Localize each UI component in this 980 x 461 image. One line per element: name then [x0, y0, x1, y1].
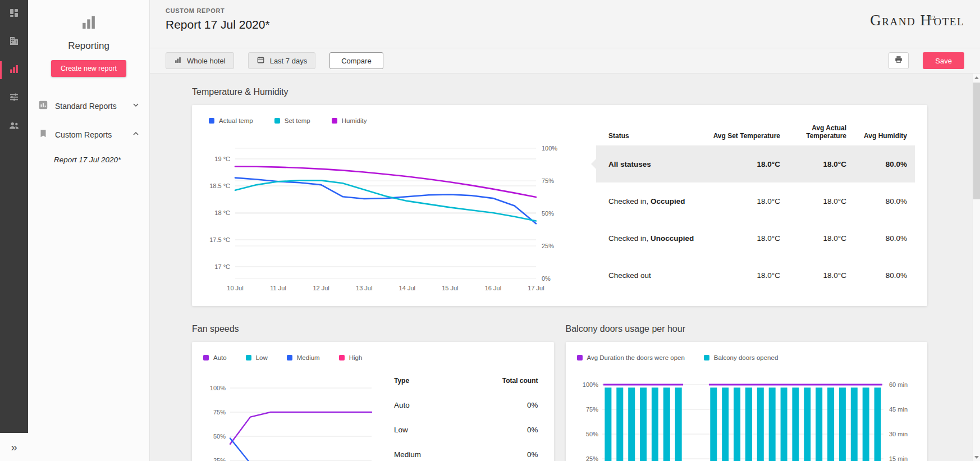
fan-speeds-card: Auto Low Medium — [192, 342, 554, 461]
legend-item-avg-duration[interactable]: Avg Duration the doors were open — [577, 354, 685, 361]
balcony-section-title: Balcony doors usage per hour — [566, 324, 928, 334]
legend-label: Auto — [213, 354, 227, 361]
legend-label: Actual temp — [219, 117, 253, 124]
sidebar-menu: Standard Reports Custom Reports Report 1… — [28, 92, 149, 171]
svg-text:45 min: 45 min — [889, 406, 908, 413]
svg-text:50%: 50% — [585, 431, 598, 437]
scrollbar-up-arrow[interactable] — [973, 74, 980, 81]
logo-monogram: 12 — [929, 14, 935, 21]
create-new-report-button[interactable]: Create new report — [51, 60, 126, 77]
main-area: CUSTOM REPORT Report 17 Jul 2020* Grand … — [150, 0, 980, 461]
svg-text:13 Jul: 13 Jul — [356, 285, 372, 291]
svg-text:50%: 50% — [213, 433, 226, 440]
svg-text:10 Jul: 10 Jul — [227, 285, 243, 291]
fan-speeds-chart[interactable]: 100%75%50%25% — [203, 370, 388, 461]
standard-reports-icon — [38, 100, 48, 112]
legend-item-medium[interactable]: Medium — [287, 354, 320, 361]
balcony-card-body: 100%60 min75%45 min50%30 min25%15 min — [577, 370, 917, 461]
svg-text:17.5 °C: 17.5 °C — [209, 236, 230, 243]
nav-dashboard-button[interactable] — [0, 0, 28, 28]
svg-text:25%: 25% — [585, 455, 598, 461]
legend-swatch — [577, 355, 583, 360]
svg-text:18.5 °C: 18.5 °C — [209, 182, 230, 189]
legend-item-high[interactable]: High — [339, 354, 363, 361]
svg-text:18 °C: 18 °C — [214, 209, 230, 216]
svg-text:50%: 50% — [542, 210, 554, 217]
column-avg-humidity: Avg Humidity — [846, 132, 915, 140]
page-title: Report 17 Jul 2020* — [166, 18, 270, 31]
nav-reporting-button[interactable] — [0, 56, 28, 84]
grand-hotel-logo: Grand H12otel — [870, 12, 964, 29]
scrollbar-down-arrow[interactable] — [973, 453, 980, 461]
legend-item-doors-opened[interactable]: Balcony doors opened — [704, 354, 778, 361]
hotel-filter-icon — [174, 56, 182, 66]
chevron-up-icon — [131, 129, 140, 140]
report-toolbar: Whole hotel Last 7 days Compare Save — [150, 48, 980, 74]
status-table-header: Status Avg Set Temperature Avg Actual Te… — [596, 121, 915, 145]
legend-swatch — [704, 355, 709, 360]
legend-item-set-temp[interactable]: Set temp — [274, 117, 310, 124]
svg-text:15 min: 15 min — [889, 455, 908, 461]
bar-chart-icon — [8, 63, 20, 77]
nav-hotel-button[interactable] — [0, 28, 28, 56]
fan-card-body: 100%75%50%25% Type Total count Auto0% — [203, 364, 543, 461]
sidebar-item-label: Custom Reports — [55, 130, 112, 139]
balcony-doors-chart[interactable]: 100%60 min75%45 min50%30 min25%15 min — [577, 370, 916, 461]
legend-label: High — [349, 354, 363, 361]
legend-swatch — [287, 355, 292, 360]
legend-swatch — [339, 355, 345, 360]
logo-text-right: otel — [933, 12, 964, 29]
column-avg-set: Avg Set Temperature — [695, 132, 780, 140]
fan-row-auto[interactable]: Auto0% — [394, 392, 538, 417]
svg-text:100%: 100% — [210, 385, 226, 391]
column-type: Type — [394, 377, 409, 385]
svg-text:15 Jul: 15 Jul — [442, 285, 458, 291]
reporting-sidebar: Reporting Create new report Standard Rep… — [28, 0, 150, 461]
temperature-legend: Actual temp Set temp Humidity — [209, 114, 581, 127]
svg-text:11 Jul: 11 Jul — [270, 285, 286, 291]
svg-text:19 °C: 19 °C — [214, 156, 230, 162]
fan-row-low[interactable]: Low0% — [394, 417, 538, 442]
table-row-checked-out[interactable]: Checked out 18.0°C 18.0°C 80.0% — [596, 257, 915, 294]
table-row-checked-in-occupied[interactable]: Checked in, Occupied 18.0°C 18.0°C 80.0% — [596, 182, 915, 220]
svg-text:25%: 25% — [542, 243, 554, 249]
date-range-dropdown[interactable]: Last 7 days — [248, 52, 316, 69]
svg-text:16 Jul: 16 Jul — [485, 285, 501, 291]
triangle-up-icon — [974, 76, 979, 79]
date-range-value: Last 7 days — [270, 57, 308, 65]
legend-item-humidity[interactable]: Humidity — [332, 117, 367, 124]
legend-item-auto[interactable]: Auto — [203, 354, 227, 361]
compare-button[interactable]: Compare — [329, 52, 383, 69]
legend-swatch — [274, 118, 280, 124]
svg-text:75%: 75% — [213, 409, 226, 416]
save-button[interactable]: Save — [923, 52, 964, 69]
sidebar-item-custom-reports[interactable]: Custom Reports — [28, 120, 149, 149]
legend-swatch — [332, 118, 337, 124]
table-row-all-statuses[interactable]: All statuses 18.0°C 18.0°C 80.0% — [596, 145, 915, 182]
sidebar-item-active-report[interactable]: Report 17 Jul 2020* — [28, 149, 149, 171]
fan-row-medium[interactable]: Medium0% — [394, 442, 538, 461]
fan-table-header: Type Total count — [394, 377, 538, 385]
status-table: Status Avg Set Temperature Avg Actual Te… — [596, 114, 915, 297]
temperature-humidity-chart[interactable]: 100%75%50%25%0%19 °C18.5 °C18 °C17.5 °C1… — [204, 133, 575, 296]
nav-settings-button[interactable] — [0, 84, 28, 112]
legend-item-actual-temp[interactable]: Actual temp — [209, 117, 253, 124]
reporting-chart-icon — [80, 13, 98, 34]
sliders-icon — [8, 92, 20, 105]
svg-text:12 Jul: 12 Jul — [313, 285, 329, 291]
print-button[interactable] — [889, 52, 909, 69]
sidebar-item-standard-reports[interactable]: Standard Reports — [28, 92, 149, 120]
column-status: Status — [596, 132, 695, 140]
scrollbar-thumb[interactable] — [973, 83, 980, 199]
sidebar-expand-button[interactable]: » — [0, 433, 28, 461]
bookmark-icon — [38, 129, 48, 140]
table-row-checked-in-unoccupied[interactable]: Checked in, Unoccupied 18.0°C 18.0°C 80.… — [596, 220, 915, 257]
svg-text:75%: 75% — [585, 406, 598, 413]
legend-item-low[interactable]: Low — [246, 354, 268, 361]
legend-swatch — [246, 355, 251, 360]
vertical-scrollbar[interactable] — [972, 74, 980, 461]
scope-filter-dropdown[interactable]: Whole hotel — [166, 52, 234, 69]
nav-users-button[interactable] — [0, 112, 28, 140]
nav-rail: » — [0, 0, 28, 461]
fan-legend: Auto Low Medium — [203, 351, 543, 364]
